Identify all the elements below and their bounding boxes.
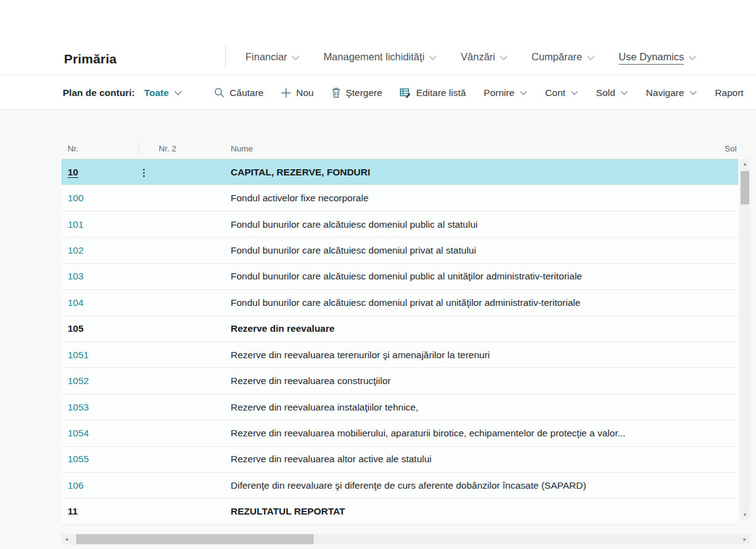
- account-name: Fondul bunurilor care alcătuiesc domeniu…: [231, 297, 581, 308]
- account-number-link[interactable]: 100: [68, 193, 84, 204]
- account-number-link[interactable]: 105: [68, 323, 84, 334]
- account-number-link[interactable]: 106: [68, 480, 84, 491]
- account-number-link[interactable]: 1052: [68, 375, 89, 387]
- pornire-button[interactable]: Pornire: [483, 87, 527, 98]
- table-row[interactable]: 1054 ⋮ Rezerve din reevaluarea mobilieru…: [62, 420, 738, 446]
- table-edit-icon: [400, 88, 411, 98]
- nav-item-label: Vânzări: [461, 51, 495, 65]
- account-number-link[interactable]: 1054: [68, 428, 89, 439]
- vertical-scrollbar[interactable]: ▲ ▼: [740, 159, 750, 519]
- account-number-link[interactable]: 1051: [68, 350, 89, 361]
- horizontal-scrollbar-thumb[interactable]: [76, 534, 314, 544]
- account-number-link[interactable]: 1055: [68, 454, 89, 465]
- account-number-link[interactable]: 10: [68, 167, 78, 178]
- nav-item-financiar[interactable]: Financiar: [245, 51, 300, 65]
- account-name: Rezerve din reevaluarea construcţiilor: [231, 375, 391, 387]
- table-row[interactable]: 104 ⋮ Fondul bunurilor care alcătuiesc d…: [62, 290, 738, 316]
- column-divider: [138, 142, 139, 156]
- action-label: Nou: [296, 87, 313, 98]
- account-name: Diferenţe din reevaluare şi diferenţe de…: [231, 480, 586, 491]
- column-header-name[interactable]: Nume: [231, 144, 253, 153]
- action-label: Cont: [545, 87, 565, 98]
- table-row[interactable]: 1051 ⋮ Rezerve din reevaluarea terenuril…: [62, 342, 738, 368]
- nou-button[interactable]: Nou: [281, 87, 313, 98]
- chevron-down-icon: [174, 90, 182, 95]
- table-row[interactable]: 10 ⋮ CAPITAL, REZERVE, FONDURI: [62, 159, 738, 185]
- table-row[interactable]: 106 ⋮ Diferenţe din reevaluare şi difere…: [62, 473, 738, 499]
- account-name: Fondul activelor fixe necorporale: [231, 193, 368, 204]
- main-nav: Financiar Management lichidităţi Vânzări…: [245, 51, 720, 65]
- column-header-nr2[interactable]: Nr. 2: [159, 144, 177, 153]
- cautare-button[interactable]: Căutare: [214, 87, 263, 98]
- action-label: Ştergere: [346, 87, 382, 98]
- account-name: Fondul bunurilor care alcătuiesc domeniu…: [231, 271, 582, 282]
- action-label: Navigare: [646, 87, 684, 98]
- action-label: Raport: [715, 87, 744, 98]
- account-name: Rezerve din reevaluarea instalaţiilor te…: [231, 402, 418, 413]
- company-name[interactable]: Primăria: [64, 52, 117, 66]
- nav-item-label: Cumpărare: [531, 51, 583, 65]
- action-label: Pornire: [483, 87, 514, 98]
- table-row[interactable]: 1053 ⋮ Rezerve din reevaluarea instalaţi…: [62, 395, 738, 420]
- stergere-button[interactable]: Ştergere: [332, 87, 382, 98]
- account-number-link[interactable]: 11: [68, 506, 78, 517]
- chevron-down-icon: [499, 55, 507, 60]
- account-name: Rezerve din reevaluarea mobilierului, ap…: [231, 428, 626, 439]
- sold-button[interactable]: Sold: [596, 87, 628, 98]
- trash-icon: [332, 87, 341, 98]
- chevron-down-icon: [587, 55, 595, 60]
- horizontal-scrollbar[interactable]: ◄ ►: [62, 534, 750, 545]
- nav-item-label: Financiar: [245, 51, 287, 65]
- table-row[interactable]: 102 ⋮ Fondul bunurilor care alcătuiesc d…: [62, 238, 738, 263]
- scroll-right-icon[interactable]: ►: [740, 534, 750, 545]
- chevron-down-icon: [690, 90, 697, 95]
- plus-icon: [281, 88, 291, 98]
- account-name: Fondul bunurilor care alcătuiesc domeniu…: [231, 245, 476, 256]
- table-row[interactable]: 11 ⋮ REZULTATUL REPORTAT: [62, 499, 738, 524]
- table-row[interactable]: 100 ⋮ Fondul activelor fixe necorporale: [62, 185, 738, 211]
- table-row[interactable]: 103 ⋮ Fondul bunurilor care alcătuiesc d…: [62, 264, 738, 290]
- account-name: CAPITAL, REZERVE, FONDURI: [231, 167, 370, 178]
- account-number-link[interactable]: 104: [68, 297, 84, 308]
- nav-item-management-lichiditati[interactable]: Management lichidităţi: [324, 51, 437, 65]
- view-filter-dropdown[interactable]: Toate: [144, 87, 182, 98]
- chevron-down-icon: [429, 55, 437, 60]
- account-number-link[interactable]: 101: [68, 219, 84, 230]
- chevron-down-icon: [621, 90, 628, 95]
- raport-button[interactable]: Raport: [715, 87, 744, 98]
- action-toolbar: Plan de conturi: Toate Căutare Nou Şterg…: [0, 76, 756, 110]
- table-row[interactable]: 1052 ⋮ Rezerve din reevaluarea construcţ…: [62, 368, 738, 394]
- scroll-left-icon[interactable]: ◄: [62, 534, 71, 545]
- table-row[interactable]: 1055 ⋮ Rezerve din reevaluarea altor act…: [62, 447, 738, 473]
- scroll-down-icon[interactable]: ▼: [740, 510, 750, 519]
- top-navigation-bar: Primăria Financiar Management lichidităţ…: [0, 0, 756, 75]
- table-row[interactable]: 101 ⋮ Fondul bunurilor care alcătuiesc d…: [62, 212, 738, 238]
- view-filter-value: Toate: [144, 87, 169, 98]
- chevron-down-icon: [292, 55, 300, 60]
- nav-item-label: Use Dynamics: [619, 51, 684, 65]
- editare-lista-button[interactable]: Editare listă: [400, 87, 466, 98]
- nav-divider: [225, 46, 226, 68]
- account-number-link[interactable]: 1053: [68, 402, 89, 413]
- action-label: Sold: [596, 87, 615, 98]
- cont-button[interactable]: Cont: [545, 87, 578, 98]
- account-name: REZULTATUL REPORTAT: [231, 506, 345, 517]
- account-name: Rezerve din reevaluarea terenurilor şi a…: [231, 350, 490, 361]
- navigare-button[interactable]: Navigare: [646, 87, 697, 98]
- row-menu-icon[interactable]: ⋮: [139, 166, 149, 178]
- scroll-up-icon[interactable]: ▲: [740, 159, 750, 169]
- accounts-table: 10 ⋮ CAPITAL, REZERVE, FONDURI 100 ⋮ Fon…: [62, 159, 738, 525]
- account-number-link[interactable]: 103: [68, 271, 84, 282]
- chevron-down-icon: [520, 90, 527, 95]
- nav-item-vanzari[interactable]: Vânzări: [461, 51, 507, 65]
- account-number-link[interactable]: 102: [68, 245, 84, 256]
- account-name: Fondul bunurilor care alcătuiesc domeniu…: [231, 219, 478, 230]
- chevron-down-icon: [571, 90, 578, 95]
- column-header-sold[interactable]: Sol: [725, 144, 737, 153]
- table-row[interactable]: 105 ⋮ Rezerve din reevaluare: [62, 316, 738, 342]
- column-header-nr[interactable]: Nr.: [68, 144, 78, 153]
- chevron-down-icon: [688, 55, 696, 60]
- vertical-scrollbar-thumb[interactable]: [741, 171, 749, 204]
- nav-item-cumparare[interactable]: Cumpărare: [531, 51, 595, 65]
- nav-item-use-dynamics[interactable]: Use Dynamics: [619, 51, 696, 65]
